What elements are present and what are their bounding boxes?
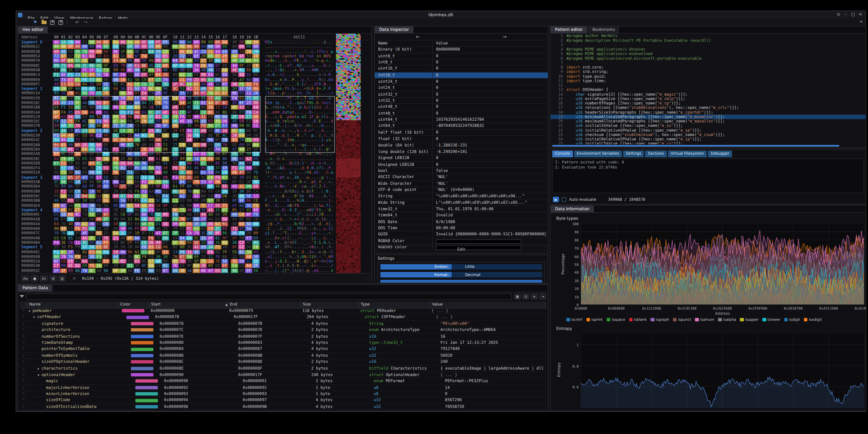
ascii-char[interactable]: 9 [299, 222, 301, 226]
ascii-char[interactable]: . [311, 269, 314, 273]
ascii-char[interactable]: . [326, 157, 328, 161]
hex-byte[interactable]: 73 [81, 213, 88, 217]
hex-byte[interactable]: 98 [67, 217, 74, 221]
inspector-row[interactable]: uint16_t0 [375, 66, 548, 72]
hex-byte[interactable]: F9 [112, 157, 119, 161]
hex-byte[interactable]: 16 [162, 133, 169, 138]
ascii-char[interactable]: 6 [282, 194, 284, 198]
ascii-char[interactable]: . [277, 49, 279, 54]
ascii-char[interactable]: . [265, 133, 267, 138]
hex-byte[interactable]: 7E [155, 142, 162, 147]
favorite-star-icon[interactable]: ☆ [20, 346, 27, 352]
hex-byte[interactable]: F1 [67, 245, 74, 250]
hex-byte[interactable]: 91 [172, 110, 179, 114]
ascii-char[interactable]: . [289, 142, 292, 147]
ascii-char[interactable]: . [299, 49, 301, 54]
hex-byte[interactable]: 23 [67, 152, 74, 156]
ascii-char[interactable]: s [301, 184, 304, 189]
hex-byte[interactable]: 8B [193, 91, 200, 96]
ascii-char[interactable]: . [326, 240, 328, 245]
hex-byte[interactable]: 5E [155, 213, 162, 217]
hex-byte[interactable]: DB [162, 236, 169, 240]
hex-byte[interactable]: 37 [74, 231, 81, 236]
ascii-char[interactable] [331, 54, 333, 58]
ascii-char[interactable]: . [326, 124, 328, 128]
hex-byte[interactable]: C5 [207, 115, 214, 119]
hex-byte[interactable]: C9 [60, 236, 67, 240]
ascii-char[interactable]: B [304, 254, 307, 259]
ascii-char[interactable]: 7 [294, 240, 297, 245]
ascii-char[interactable]: . [275, 166, 277, 170]
favorite-star-icon[interactable]: ☆ [20, 404, 27, 410]
ascii-char[interactable]: . [331, 59, 333, 63]
ascii-char[interactable]: . [272, 147, 275, 152]
hex-byte[interactable]: 3C [172, 86, 179, 91]
ascii-char[interactable]: . [323, 68, 326, 72]
hex-byte[interactable]: A2 [245, 157, 252, 161]
hex-byte[interactable]: B3 [207, 77, 214, 82]
hex-byte[interactable]: 92 [162, 264, 169, 268]
ascii-char[interactable]: . [282, 96, 284, 100]
ascii-char[interactable]: " [323, 254, 326, 259]
hex-byte[interactable]: 84 [60, 138, 67, 142]
hex-byte[interactable]: F9 [53, 194, 60, 198]
ascii-char[interactable]: . [270, 269, 272, 273]
ascii-char[interactable]: . [292, 147, 294, 152]
hex-byte[interactable]: 56 [231, 73, 238, 77]
hex-byte[interactable]: 9E [81, 152, 88, 156]
hex-byte[interactable]: 2E [119, 157, 126, 161]
hex-byte[interactable]: 74 [140, 171, 147, 175]
ascii-char[interactable]: ^ [287, 105, 289, 110]
ascii-char[interactable]: . [284, 73, 287, 77]
hex-byte[interactable]: 44 [231, 63, 238, 68]
ascii-char[interactable]: s [268, 77, 270, 82]
ascii-char[interactable]: . [299, 59, 301, 63]
hex-byte[interactable]: 2D [207, 105, 214, 110]
hex-byte[interactable]: 47 [112, 142, 119, 147]
pattern-data-row[interactable]: ☆ signature0x000000780x0000007B4 bytesSt… [20, 321, 546, 327]
hex-byte[interactable]: 00 [95, 45, 102, 49]
open-file-icon[interactable] [42, 20, 47, 25]
ascii-char[interactable]: . [304, 77, 307, 82]
hex-byte[interactable]: D1 [155, 222, 162, 226]
ascii-char[interactable]: v [292, 142, 294, 147]
hex-byte[interactable]: 00 [214, 40, 221, 44]
hex-byte[interactable]: 91 [221, 222, 228, 226]
ascii-char[interactable]: . [282, 152, 284, 156]
ascii-char[interactable]: . [314, 198, 316, 203]
code-line[interactable]: 22 u16 initialRelativeSPValue [[hex::spe… [551, 128, 866, 133]
ascii-char[interactable]: . [268, 45, 270, 49]
ascii-char[interactable]: . [319, 189, 321, 194]
hex-byte[interactable]: DC [214, 91, 221, 96]
hex-byte[interactable]: 38 [231, 240, 238, 245]
hex-byte[interactable]: C1 [147, 231, 155, 236]
hex-byte[interactable]: 00 [67, 142, 74, 147]
hex-byte[interactable]: 85 [67, 236, 74, 240]
ascii-char[interactable]: a [292, 115, 294, 119]
hex-byte[interactable]: 2B [102, 157, 110, 161]
hex-byte[interactable]: 4C [245, 240, 252, 245]
hex-byte[interactable]: 86 [221, 231, 228, 236]
ascii-char[interactable]: . [297, 245, 299, 250]
ascii-char[interactable]: . [297, 157, 299, 161]
hex-byte[interactable]: A1 [74, 259, 81, 263]
ascii-char[interactable]: h [297, 264, 299, 268]
hex-byte[interactable]: 0D [172, 189, 179, 194]
ascii-char[interactable]: . [268, 213, 270, 217]
ascii-char[interactable]: . [287, 129, 289, 133]
hex-byte[interactable]: A6 [112, 254, 119, 259]
ascii-char[interactable]: . [314, 110, 316, 114]
ascii-char[interactable]: P [316, 152, 319, 156]
hex-byte[interactable]: A3 [179, 198, 186, 203]
hex-byte[interactable]: E7 [74, 208, 81, 212]
ascii-char[interactable]: . [299, 115, 301, 119]
ascii-char[interactable]: . [304, 138, 307, 142]
ascii-char[interactable]: > [311, 250, 314, 254]
ascii-char[interactable]: / [292, 161, 294, 165]
hex-byte[interactable]: 00 [252, 157, 259, 161]
ascii-char[interactable]: . [314, 189, 316, 194]
ascii-char[interactable]: . [311, 73, 314, 77]
ascii-char[interactable]: . [265, 226, 267, 231]
ascii-char[interactable]: . [287, 45, 289, 49]
hex-byte[interactable]: 84 [119, 119, 126, 124]
